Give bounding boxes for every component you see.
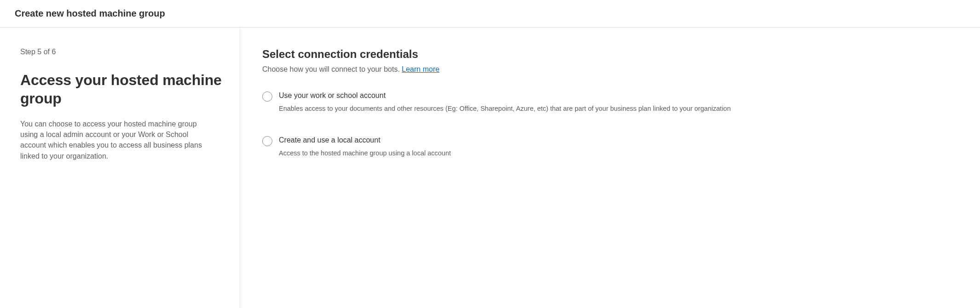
- sidebar-description: You can choose to access your hosted mac…: [20, 119, 213, 161]
- main-heading: Select connection credentials: [262, 48, 958, 61]
- radio-texts: Use your work or school account Enables …: [279, 91, 731, 114]
- radio-option-work-school[interactable]: Use your work or school account Enables …: [262, 91, 750, 114]
- radio-circle-icon: [262, 136, 272, 146]
- radio-label: Use your work or school account: [279, 91, 731, 101]
- radio-description: Access to the hosted machine group using…: [279, 148, 451, 158]
- radio-option-local-account[interactable]: Create and use a local account Access to…: [262, 136, 750, 158]
- radio-circle-icon: [262, 91, 272, 102]
- radio-description: Enables access to your documents and oth…: [279, 103, 731, 114]
- content-area: Step 5 of 6 Access your hosted machine g…: [0, 28, 980, 308]
- radio-texts: Create and use a local account Access to…: [279, 136, 451, 158]
- sidebar-heading: Access your hosted machine group: [20, 71, 227, 108]
- main-subtext-text: Choose how you will connect to your bots…: [262, 65, 402, 73]
- panel-title: Create new hosted machine group: [15, 8, 965, 19]
- credentials-radio-group: Use your work or school account Enables …: [262, 91, 958, 159]
- wizard-main: Select connection credentials Choose how…: [240, 28, 980, 308]
- panel-header: Create new hosted machine group: [0, 0, 980, 28]
- step-indicator: Step 5 of 6: [20, 48, 227, 56]
- wizard-sidebar: Step 5 of 6 Access your hosted machine g…: [0, 28, 240, 308]
- main-subtext: Choose how you will connect to your bots…: [262, 65, 958, 74]
- learn-more-link[interactable]: Learn more: [402, 65, 439, 73]
- radio-label: Create and use a local account: [279, 136, 451, 145]
